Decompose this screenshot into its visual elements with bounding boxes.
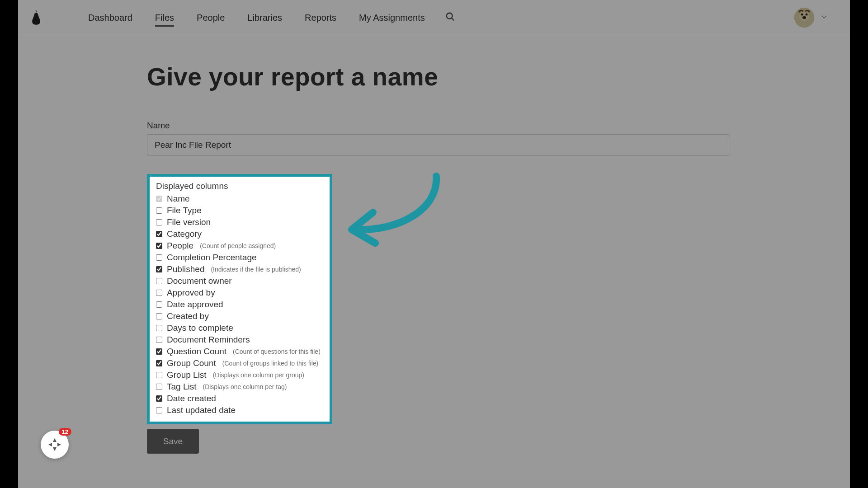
chevron-down-icon[interactable] [821,14,827,22]
svg-point-4 [801,13,803,15]
nav-item-dashboard[interactable]: Dashboard [88,1,132,34]
column-checkbox-group-count[interactable] [156,360,162,366]
column-row: Last updated date [156,404,323,416]
column-row: File Type [156,205,323,216]
nav-item-my-assignments[interactable]: My Assignments [359,1,425,34]
top-nav: DashboardFilesPeopleLibrariesReportsMy A… [18,0,850,35]
column-checkbox-days-to-complete[interactable] [156,325,162,331]
column-checkbox-name [156,196,162,202]
column-checkbox-document-reminders[interactable] [156,337,162,343]
nav-item-people[interactable]: People [197,1,225,34]
column-label[interactable]: Document Reminders [167,335,250,345]
column-checkbox-published[interactable] [156,266,162,272]
column-row: Tag List(Displays one column per tag) [156,381,323,393]
column-checkbox-question-count[interactable] [156,348,162,355]
column-row: Approved by [156,287,323,299]
nav-items: DashboardFilesPeopleLibrariesReportsMy A… [88,1,425,34]
column-row: Days to complete [156,322,323,334]
column-row: Published(Indicates if the file is publi… [156,263,323,275]
column-label[interactable]: Document owner [167,276,232,286]
column-label[interactable]: People [167,241,193,251]
svg-line-1 [452,18,454,20]
column-row: Completion Percentage [156,252,323,263]
column-checkbox-people[interactable] [156,243,162,249]
app-frame: DashboardFilesPeopleLibrariesReportsMy A… [18,0,850,488]
column-label[interactable]: Tag List [167,382,196,392]
column-hint: (Displays one column per group) [213,371,304,379]
logo-icon[interactable] [27,9,45,27]
svg-point-6 [802,16,806,19]
page-title: Give your report a name [147,62,730,91]
column-checkbox-approved-by[interactable] [156,290,162,296]
column-checkbox-group-list[interactable] [156,372,162,378]
column-label[interactable]: Last updated date [167,405,236,415]
column-row: Group List(Displays one column per group… [156,369,323,381]
nav-item-libraries[interactable]: Libraries [247,1,282,34]
column-hint: (Displays one column per tag) [203,383,287,390]
column-row: Document Reminders [156,334,323,346]
column-checkbox-document-owner[interactable] [156,278,162,284]
help-badge: 12 [59,428,71,436]
svg-point-3 [799,11,809,21]
save-button[interactable]: Save [147,429,199,454]
column-row: Document owner [156,275,323,287]
column-row: People(Count of people assigned) [156,240,323,252]
search-icon[interactable] [445,12,455,23]
column-row: Date approved [156,299,323,310]
column-label[interactable]: Date created [167,394,216,404]
displayed-columns-heading: Displayed columns [156,181,323,191]
column-checkbox-file-version[interactable] [156,219,162,225]
column-row: Name [156,193,323,205]
column-checkbox-date-approved[interactable] [156,301,162,308]
column-label[interactable]: Group List [167,370,207,380]
column-checkbox-file-type[interactable] [156,207,162,214]
column-row: Created by [156,310,323,322]
column-checkbox-created-by[interactable] [156,313,162,319]
column-label[interactable]: Created by [167,311,209,321]
column-label[interactable]: Question Count [167,347,226,357]
svg-marker-7 [53,438,57,442]
column-row: Question Count(Count of questions for th… [156,346,323,357]
column-row: File version [156,216,323,228]
svg-marker-9 [53,447,57,451]
column-checkbox-tag-list[interactable] [156,384,162,390]
svg-point-5 [806,13,808,15]
column-hint: (Count of questions for this file) [233,348,321,355]
column-row: Category [156,228,323,240]
column-label[interactable]: File version [167,217,211,227]
svg-point-0 [446,13,452,19]
column-label[interactable]: Group Count [167,358,216,368]
columns-list: NameFile TypeFile versionCategoryPeople(… [156,193,323,416]
name-label: Name [147,121,730,131]
column-label[interactable]: Category [167,229,202,239]
column-hint: (Count of people assigned) [200,242,276,249]
nav-item-files[interactable]: Files [155,1,174,34]
column-row: Group Count(Count of groups linked to th… [156,357,323,369]
column-checkbox-category[interactable] [156,231,162,237]
column-hint: (Count of groups linked to this file) [222,360,318,367]
column-label[interactable]: Date approved [167,300,223,310]
avatar[interactable] [794,8,814,28]
column-checkbox-date-created[interactable] [156,395,162,402]
nav-item-reports[interactable]: Reports [305,1,336,34]
column-label[interactable]: Days to complete [167,323,233,333]
column-label[interactable]: Completion Percentage [167,253,257,263]
column-label[interactable]: File Type [167,206,202,216]
svg-marker-10 [48,443,52,446]
displayed-columns-panel: Displayed columns NameFile TypeFile vers… [147,174,332,424]
column-label[interactable]: Approved by [167,288,215,298]
column-row: Date created [156,393,323,404]
help-widget[interactable]: 12 [41,431,69,459]
column-checkbox-completion-percentage[interactable] [156,254,162,261]
column-label: Name [167,194,190,204]
column-hint: (Indicates if the file is published) [211,266,301,273]
svg-marker-8 [57,443,61,446]
column-label[interactable]: Published [167,264,204,274]
page-body: Give your report a name Name Displayed c… [18,35,850,454]
column-checkbox-last-updated-date[interactable] [156,407,162,413]
report-name-input[interactable] [147,134,730,156]
